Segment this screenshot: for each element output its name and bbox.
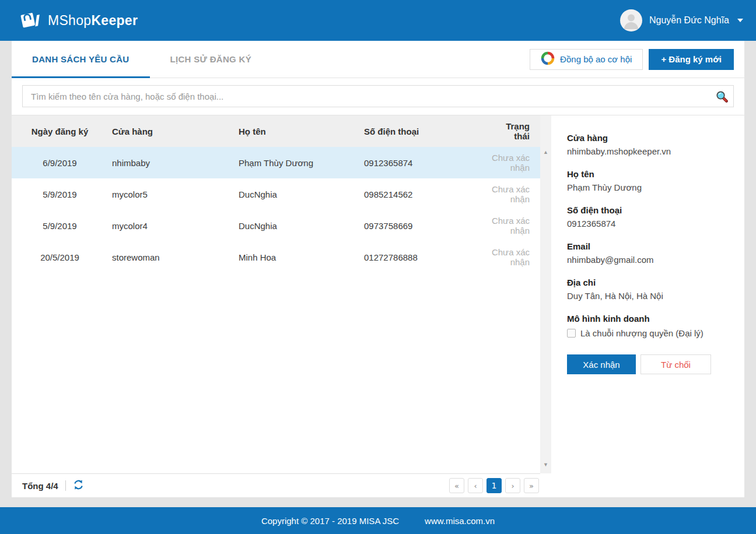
request-table: Ngày đăng ký Cửa hàng Họ tên Số điện tho… xyxy=(12,115,540,473)
separator xyxy=(65,480,66,491)
cell-status: Chưa xác nhận xyxy=(488,184,540,204)
detail-name-value: Phạm Thùy Dương xyxy=(567,182,733,192)
detail-email-value: nhimbaby@gmail.com xyxy=(567,255,733,265)
detail-name-label: Họ tên xyxy=(567,169,733,179)
table-header-row: Ngày đăng ký Cửa hàng Họ tên Số điện tho… xyxy=(12,115,540,147)
cell-name: Minh Hoa xyxy=(235,252,360,262)
detail-address-value: Duy Tân, Hà Nội, Hà Nội xyxy=(567,291,733,301)
detail-store-label: Cửa hàng xyxy=(567,133,733,143)
franchise-checkbox-label: Là chuỗi nhượng quyền (Đại lý) xyxy=(580,328,704,338)
page-first-button[interactable]: « xyxy=(449,478,464,493)
scroll-down-icon[interactable]: ▼ xyxy=(540,461,551,469)
cell-name: Phạm Thùy Dương xyxy=(235,158,360,168)
page-next-button[interactable]: › xyxy=(505,478,520,493)
col-header-status: Trạng thái xyxy=(488,121,540,141)
search-row xyxy=(12,78,744,115)
copyright-text: Copyright © 2017 - 2019 MISA JSC xyxy=(261,516,399,526)
card-body: Ngày đăng ký Cửa hàng Họ tên Số điện tho… xyxy=(12,115,744,497)
col-header-store: Cửa hàng xyxy=(108,127,235,136)
table-row[interactable]: 20/5/2019 storewoman Minh Hoa 0127278688… xyxy=(12,241,540,273)
table-row[interactable]: 6/9/2019 nhimbaby Phạm Thùy Dương 091236… xyxy=(12,147,540,178)
cell-store: storewoman xyxy=(108,252,235,262)
col-header-date: Ngày đăng ký xyxy=(12,127,108,136)
detail-store-value: nhimbaby.mshopkeeper.vn xyxy=(567,146,733,156)
shopping-bag-icon xyxy=(18,7,42,34)
main-card: DANH SÁCH YÊU CẦU LỊCH SỬ ĐĂNG KÝ Đồng b… xyxy=(12,41,744,497)
pagination: « ‹ 1 › » xyxy=(449,478,539,493)
sync-opportunities-button[interactable]: Đồng bộ ao cơ hội xyxy=(530,49,643,70)
cell-phone: 01272786888 xyxy=(360,252,488,262)
cell-date: 5/9/2019 xyxy=(12,189,108,199)
page-last-button[interactable]: » xyxy=(524,478,539,493)
detail-phone-label: Số điện thoại xyxy=(567,205,733,215)
scroll-up-icon[interactable]: ▲ xyxy=(540,148,551,156)
colorwheel-sync-icon xyxy=(541,51,555,67)
detail-business-model-label: Mô hình kinh doanh xyxy=(567,314,733,324)
search-input[interactable] xyxy=(22,85,734,107)
total-count: Tổng 4/4 xyxy=(22,481,58,491)
user-name: Nguyễn Đức Nghĩa xyxy=(649,15,729,26)
new-registration-button[interactable]: + Đăng ký mới xyxy=(649,49,734,70)
reject-button[interactable]: Từ chối xyxy=(640,354,711,374)
refresh-icon xyxy=(73,479,84,492)
franchise-checkbox[interactable] xyxy=(567,329,576,338)
misa-website-link[interactable]: www.misa.com.vn xyxy=(425,516,495,526)
magnifier-icon xyxy=(715,96,728,104)
table-scrollbar[interactable]: ▲ ▼ xyxy=(540,115,551,473)
cell-status: Chưa xác nhận xyxy=(488,247,540,267)
page-prev-button[interactable]: ‹ xyxy=(468,478,483,493)
cell-name: DucNghia xyxy=(235,189,360,199)
detail-address-label: Địa chỉ xyxy=(567,277,733,287)
cell-store: mycolor5 xyxy=(108,189,235,199)
avatar xyxy=(620,9,642,31)
detail-email-label: Email xyxy=(567,241,733,251)
app-footer: Copyright © 2017 - 2019 MISA JSC www.mis… xyxy=(0,507,756,534)
table-row[interactable]: 5/9/2019 mycolor4 DucNghia 0973758669 Ch… xyxy=(12,210,540,241)
page-current-button[interactable]: 1 xyxy=(487,478,502,493)
detail-phone-value: 0912365874 xyxy=(567,219,733,229)
tab-request-list[interactable]: DANH SÁCH YÊU CẦU xyxy=(12,41,150,78)
cell-date: 5/9/2019 xyxy=(12,221,108,231)
cell-status: Chưa xác nhận xyxy=(488,216,540,236)
detail-panel: Cửa hàng nhimbaby.mshopkeeper.vn Họ tên … xyxy=(551,115,744,497)
cell-phone: 0912365874 xyxy=(360,158,488,168)
cell-store: nhimbaby xyxy=(108,158,235,168)
cell-store: mycolor4 xyxy=(108,221,235,231)
status-bar: Tổng 4/4 « xyxy=(12,473,540,497)
cell-status: Chưa xác nhận xyxy=(488,153,540,173)
sync-button-label: Đồng bộ ao cơ hội xyxy=(560,54,632,64)
chevron-down-icon xyxy=(737,19,743,22)
user-menu[interactable]: Nguyễn Đức Nghĩa xyxy=(620,9,743,31)
table-column: Ngày đăng ký Cửa hàng Họ tên Số điện tho… xyxy=(12,115,540,497)
cell-phone: 0985214562 xyxy=(360,189,488,199)
brand-name: MShopKeeper xyxy=(48,13,138,29)
cell-name: DucNghia xyxy=(235,221,360,231)
search-button[interactable] xyxy=(714,89,729,104)
col-header-phone: Số điện thoại xyxy=(360,127,488,136)
confirm-button[interactable]: Xác nhận xyxy=(567,354,636,374)
tab-registration-history[interactable]: LỊCH SỬ ĐĂNG KÝ xyxy=(150,41,272,78)
col-header-name: Họ tên xyxy=(235,127,360,136)
cell-date: 6/9/2019 xyxy=(12,158,108,168)
tab-bar: DANH SÁCH YÊU CẦU LỊCH SỬ ĐĂNG KÝ Đồng b… xyxy=(12,41,744,78)
cell-phone: 0973758669 xyxy=(360,221,488,231)
app-header: MShopKeeper Nguyễn Đức Nghĩa xyxy=(0,0,756,41)
cell-date: 20/5/2019 xyxy=(12,252,108,262)
brand-logo: MShopKeeper xyxy=(18,7,138,34)
table-row[interactable]: 5/9/2019 mycolor5 DucNghia 0985214562 Ch… xyxy=(12,178,540,210)
refresh-button[interactable] xyxy=(73,479,84,492)
